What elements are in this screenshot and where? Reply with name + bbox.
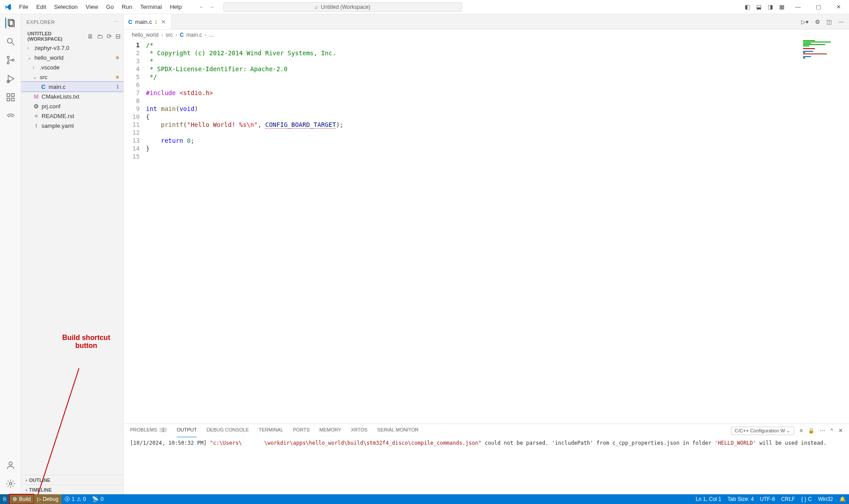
panel-tabs: PROBLEMS1 OUTPUT DEBUG CONSOLE TERMINAL … <box>124 424 849 437</box>
panel-tab-debug-console[interactable]: DEBUG CONSOLE <box>207 424 249 437</box>
menu-edit[interactable]: Edit <box>33 2 50 12</box>
code-editor[interactable]: 123456789101112131415 /* * Copyright (c)… <box>124 40 849 424</box>
tree-item-hello-world[interactable]: ⌄hello_world <box>21 53 123 62</box>
panel-maximize-icon[interactable]: ^ <box>830 428 833 434</box>
layout-right-icon[interactable]: ◨ <box>768 4 773 10</box>
activity-run-debug-icon[interactable] <box>5 73 16 84</box>
status-eol[interactable]: CRLF <box>778 494 798 504</box>
breadcrumbs[interactable]: hello_world› src› C main.c› ... <box>124 30 849 40</box>
lock-icon[interactable]: 🔒 <box>808 428 815 434</box>
collapse-icon[interactable]: ⊟ <box>115 33 121 40</box>
workspace-section[interactable]: UNTITLED (WORKSPACE) 🗎 🗀 ⟳ ⊟ <box>21 30 123 43</box>
command-center[interactable]: ⌕ Untitled (Workspace) <box>223 2 462 12</box>
svg-point-14 <box>9 482 12 485</box>
breadcrumb-item[interactable]: hello_world <box>132 32 159 38</box>
window-minimize-icon[interactable]: — <box>791 2 805 12</box>
activity-zephyr-icon[interactable] <box>5 111 16 121</box>
split-editor-icon[interactable]: ◫ <box>826 19 832 25</box>
panel-tab-problems[interactable]: PROBLEMS1 <box>130 424 167 437</box>
activity-extensions-icon[interactable] <box>5 92 16 103</box>
title-bar: File Edit Selection View Go Run Terminal… <box>0 0 849 14</box>
filter-icon[interactable]: ≡ <box>799 428 803 434</box>
panel-more-icon[interactable]: ⋯ <box>820 428 825 434</box>
editor-tab-main-c[interactable]: C main.c 1 ✕ <box>124 14 172 29</box>
tab-close-icon[interactable]: ✕ <box>160 19 167 25</box>
run-dropdown-icon[interactable]: ▷▾ <box>801 19 809 25</box>
status-debug-button[interactable]: ▷ Debug <box>34 494 61 504</box>
status-language-mode[interactable]: { } C <box>798 494 815 504</box>
status-remote-icon[interactable]: ⎘ <box>0 494 9 504</box>
nav-back-icon[interactable]: ← <box>199 4 204 10</box>
new-folder-icon[interactable]: 🗀 <box>97 33 103 40</box>
new-file-icon[interactable]: 🗎 <box>87 33 93 40</box>
status-problems[interactable]: ⓧ 1 ⚠ 0 <box>61 494 89 504</box>
activity-settings-icon[interactable] <box>5 478 16 489</box>
output-content[interactable]: [10/1/2024, 10:50:32 PM] "c:\Users\ \wor… <box>124 437 849 449</box>
tab-more-icon[interactable]: ⋯ <box>838 19 844 25</box>
status-cursor-position[interactable]: Ln 1, Col 1 <box>692 494 724 504</box>
breadcrumb-item[interactable]: main.c <box>186 32 202 38</box>
minimap[interactable] <box>803 40 843 62</box>
layout-customize-icon[interactable]: ▦ <box>779 4 784 10</box>
tree-item-cmakelists[interactable]: MCMakeLists.txt <box>21 92 123 101</box>
panel-tab-serial-monitor[interactable]: SERIAL MONITOR <box>377 424 419 437</box>
panel-tab-xrtos[interactable]: XRTOS <box>351 424 368 437</box>
activity-source-control-icon[interactable] <box>5 55 16 65</box>
tree-item-vscode[interactable]: ›.vscode <box>21 62 123 72</box>
panel-tab-terminal[interactable]: TERMINAL <box>259 424 283 437</box>
file-tree: ›zephyr-v3.7.0 ⌄hello_world ›.vscode ⌄sr… <box>21 43 123 475</box>
output-channel-dropdown[interactable]: C/C++ Configuration W ⌄ <box>731 427 795 435</box>
status-encoding[interactable]: UTF-8 <box>757 494 778 504</box>
menu-file[interactable]: File <box>15 2 32 12</box>
problems-count-badge: 1 <box>159 428 167 432</box>
modified-dot-icon <box>116 56 119 59</box>
menu-help[interactable]: Help <box>166 2 185 12</box>
window-close-icon[interactable]: ✕ <box>832 2 845 12</box>
tree-item-readme[interactable]: ≡README.rst <box>21 111 123 121</box>
refresh-icon[interactable]: ⟳ <box>107 33 112 40</box>
panel-tab-memory[interactable]: MEMORY <box>319 424 341 437</box>
activity-accounts-icon[interactable] <box>5 460 16 470</box>
cmake-file-icon: M <box>33 93 40 100</box>
status-build-button[interactable]: ⚙ Build <box>9 494 34 504</box>
menu-terminal[interactable]: Terminal <box>137 2 165 12</box>
status-platform[interactable]: Win32 <box>815 494 836 504</box>
tab-actions: ▷▾ ⚙ ◫ ⋯ <box>801 14 849 29</box>
svg-rect-11 <box>11 98 14 101</box>
activity-explorer-icon[interactable] <box>5 18 16 28</box>
layout-bottom-icon[interactable]: ⬓ <box>756 4 761 10</box>
tree-item-main-c[interactable]: Cmain.c1 <box>21 82 123 92</box>
menu-selection[interactable]: Selection <box>50 2 81 12</box>
status-tab-size[interactable]: Tab Size: 4 <box>724 494 757 504</box>
menu-run[interactable]: Run <box>118 2 136 12</box>
breadcrumb-item[interactable]: src <box>166 32 173 38</box>
panel-close-icon[interactable]: ✕ <box>838 428 843 434</box>
tree-item-sample[interactable]: !sample.yaml <box>21 121 123 130</box>
code-content[interactable]: /* * Copyright (c) 2012-2014 Wind River … <box>146 40 849 424</box>
tree-item-src[interactable]: ⌄src <box>21 72 123 82</box>
conf-file-icon: ⚙ <box>33 103 40 110</box>
title-right-icons: ◧ ⬓ ◨ ▦ — ▢ ✕ <box>745 2 849 12</box>
status-ports[interactable]: 📡 0 <box>89 494 107 504</box>
status-notifications-icon[interactable]: 🔔 <box>836 494 849 504</box>
menu-go[interactable]: Go <box>103 2 117 12</box>
svg-point-6 <box>12 59 14 61</box>
layout-left-icon[interactable]: ◧ <box>745 4 750 10</box>
bottom-panel: PROBLEMS1 OUTPUT DEBUG CONSOLE TERMINAL … <box>124 424 849 494</box>
panel-tab-ports[interactable]: PORTS <box>293 424 310 437</box>
window-maximize-icon[interactable]: ▢ <box>811 2 826 12</box>
timeline-section[interactable]: ›TIMELINE <box>21 485 123 494</box>
svg-rect-10 <box>7 98 9 101</box>
svg-point-2 <box>7 38 12 43</box>
tree-item-zephyr[interactable]: ›zephyr-v3.7.0 <box>21 43 123 53</box>
activity-search-icon[interactable] <box>5 36 16 47</box>
explorer-more-icon[interactable]: ⋯ <box>113 19 119 25</box>
tab-settings-icon[interactable]: ⚙ <box>815 19 820 25</box>
breadcrumb-item[interactable]: ... <box>209 32 214 38</box>
tree-item-prjconf[interactable]: ⚙prj.conf <box>21 101 123 111</box>
panel-tab-output[interactable]: OUTPUT <box>177 424 197 437</box>
outline-section[interactable]: ›OUTLINE <box>21 475 123 485</box>
menu-view[interactable]: View <box>82 2 102 12</box>
tree-label: README.rst <box>42 113 74 119</box>
nav-forward-icon[interactable]: → <box>209 4 214 10</box>
